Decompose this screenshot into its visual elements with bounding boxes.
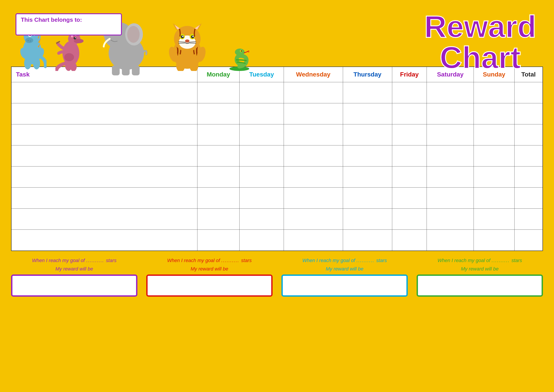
sunday-cell[interactable]: [474, 230, 514, 251]
friday-cell[interactable]: [392, 103, 427, 124]
svg-point-31: [109, 37, 144, 70]
tuesday-cell[interactable]: [240, 188, 284, 209]
monday-cell[interactable]: [197, 188, 239, 209]
sunday-cell[interactable]: [474, 82, 514, 103]
saturday-cell[interactable]: [427, 103, 474, 124]
friday-cell[interactable]: [392, 146, 427, 167]
monday-cell[interactable]: [197, 124, 239, 146]
total-cell[interactable]: [514, 230, 543, 251]
reward-section-green: When I reach my goal of .......... stars…: [417, 258, 543, 297]
saturday-cell[interactable]: [427, 209, 474, 230]
wednesday-cell[interactable]: [284, 209, 343, 230]
tuesday-cell[interactable]: [240, 230, 284, 251]
task-cell[interactable]: [11, 82, 197, 103]
total-cell[interactable]: [514, 146, 543, 167]
tuesday-cell[interactable]: [240, 209, 284, 230]
reward-chart-title: Reward Chart: [424, 11, 536, 73]
friday-cell[interactable]: [392, 167, 427, 188]
tuesday-cell[interactable]: [240, 103, 284, 124]
reward-chart-table: Task Monday Tuesday Wednesday Thursday F…: [11, 67, 543, 251]
wednesday-cell[interactable]: [284, 167, 343, 188]
svg-point-42: [174, 26, 201, 52]
saturday-cell[interactable]: [427, 124, 474, 146]
svg-point-63: [229, 67, 249, 71]
snake-icon: [228, 40, 250, 71]
tuesday-cell[interactable]: [240, 82, 284, 103]
total-cell[interactable]: [514, 82, 543, 103]
friday-cell[interactable]: [392, 209, 427, 230]
monday-cell[interactable]: [197, 82, 239, 103]
wednesday-cell[interactable]: [284, 188, 343, 209]
wednesday-cell[interactable]: [284, 103, 343, 124]
friday-cell[interactable]: [392, 188, 427, 209]
svg-point-2: [25, 38, 33, 43]
saturday-cell[interactable]: [427, 167, 474, 188]
task-cell[interactable]: [11, 230, 197, 251]
total-cell[interactable]: [514, 188, 543, 209]
thursday-cell[interactable]: [343, 167, 392, 188]
reward-text-red-line1: When I reach my goal of .......... stars: [167, 258, 252, 263]
thursday-cell[interactable]: [343, 188, 392, 209]
task-cell[interactable]: [11, 167, 197, 188]
thursday-cell[interactable]: [343, 124, 392, 146]
wednesday-cell[interactable]: [284, 146, 343, 167]
belongs-to-label: This Chart belongs to:: [21, 16, 82, 23]
wednesday-cell[interactable]: [284, 124, 343, 146]
saturday-cell[interactable]: [427, 82, 474, 103]
thursday-cell[interactable]: [343, 146, 392, 167]
total-cell[interactable]: [514, 167, 543, 188]
tuesday-cell[interactable]: [240, 167, 284, 188]
svg-point-20: [74, 39, 83, 43]
sunday-cell[interactable]: [474, 103, 514, 124]
thursday-cell[interactable]: [343, 230, 392, 251]
task-cell[interactable]: [11, 188, 197, 209]
thursday-cell[interactable]: [343, 209, 392, 230]
footer: When I reach my goal of .......... stars…: [11, 258, 543, 297]
total-cell[interactable]: [514, 124, 543, 146]
task-cell[interactable]: [11, 209, 197, 230]
svg-point-12: [19, 47, 29, 59]
saturday-cell[interactable]: [427, 188, 474, 209]
friday-cell[interactable]: [392, 124, 427, 146]
svg-point-29: [70, 62, 77, 71]
total-cell[interactable]: [514, 103, 543, 124]
svg-point-26: [75, 37, 76, 38]
total-cell[interactable]: [514, 209, 543, 230]
tuesday-cell[interactable]: [240, 124, 284, 146]
reward-box-purple[interactable]: [11, 274, 137, 297]
monday-cell[interactable]: [197, 103, 239, 124]
wednesday-cell[interactable]: [284, 82, 343, 103]
belongs-to-box[interactable]: This Chart belongs to:: [15, 13, 122, 35]
reward-box-blue[interactable]: [281, 274, 408, 297]
friday-cell[interactable]: [392, 82, 427, 103]
monday-cell[interactable]: [197, 209, 239, 230]
friday-cell[interactable]: [392, 230, 427, 251]
table-row: [11, 167, 543, 188]
sunday-cell[interactable]: [474, 124, 514, 146]
task-cell[interactable]: [11, 146, 197, 167]
saturday-cell[interactable]: [427, 146, 474, 167]
monday-cell[interactable]: [197, 146, 239, 167]
wednesday-cell[interactable]: [284, 230, 343, 251]
saturday-cell[interactable]: [427, 230, 474, 251]
svg-point-61: [176, 59, 185, 71]
monday-cell[interactable]: [197, 230, 239, 251]
reward-section-purple: When I reach my goal of .......... stars…: [11, 258, 137, 297]
thursday-cell[interactable]: [343, 82, 392, 103]
task-cell[interactable]: [11, 124, 197, 146]
sunday-cell[interactable]: [474, 209, 514, 230]
sunday-cell[interactable]: [474, 146, 514, 167]
sunday-cell[interactable]: [474, 167, 514, 188]
header: This Chart belongs to:: [11, 9, 543, 71]
reward-box-red[interactable]: [146, 274, 273, 297]
task-cell[interactable]: [11, 103, 197, 124]
svg-point-64: [235, 49, 245, 56]
thursday-cell[interactable]: [343, 103, 392, 124]
monday-cell[interactable]: [197, 167, 239, 188]
svg-line-55: [178, 42, 185, 42]
reward-box-green[interactable]: [417, 274, 543, 297]
svg-point-15: [33, 57, 40, 70]
sunday-cell[interactable]: [474, 188, 514, 209]
table-row: [11, 103, 543, 124]
tuesday-cell[interactable]: [240, 146, 284, 167]
